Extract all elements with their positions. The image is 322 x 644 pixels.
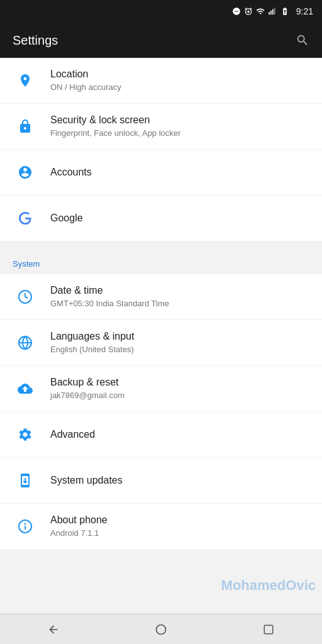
google-icon (18, 211, 33, 226)
home-icon (155, 623, 167, 636)
globe-icon-container (13, 330, 38, 355)
settings-item-advanced[interactable]: Advanced (0, 412, 322, 457)
wifi-icon (256, 7, 265, 16)
back-icon (47, 623, 60, 636)
account-icon (18, 165, 33, 180)
settings-item-about[interactable]: About phone Android 7.1.1 (0, 504, 322, 549)
security-text: Security & lock screen Fingerprint, Face… (50, 114, 309, 139)
language-text: Languages & input English (United States… (50, 330, 309, 355)
bottom-navigation (0, 614, 322, 644)
lock-icon (18, 119, 33, 134)
info-icon (18, 519, 33, 534)
section-divider (0, 242, 322, 249)
settings-item-system-updates[interactable]: System updates (0, 458, 322, 503)
gear-icon-container (13, 422, 38, 447)
clock-icon-container (13, 284, 38, 309)
advanced-title: Advanced (50, 428, 309, 441)
google-icon-container (13, 206, 38, 231)
gear-icon (18, 427, 33, 442)
location-title: Location (50, 68, 309, 81)
system-updates-title: System updates (50, 474, 309, 487)
svg-rect-3 (274, 8, 275, 14)
location-icon (18, 73, 33, 88)
settings-item-security[interactable]: Security & lock screen Fingerprint, Face… (0, 104, 322, 149)
svg-rect-1 (270, 11, 272, 14)
recents-button[interactable] (214, 614, 322, 644)
svg-point-10 (157, 625, 166, 634)
settings-item-backup[interactable]: Backup & reset jak7869@gmail.com (0, 366, 322, 411)
app-header: Settings (0, 23, 322, 58)
settings-content: Location ON / High accuracy Security & l… (0, 58, 322, 614)
system-update-icon (18, 473, 33, 488)
backup-text: Backup & reset jak7869@gmail.com (50, 376, 309, 401)
do-not-disturb-icon (232, 7, 241, 16)
svg-rect-0 (269, 12, 270, 14)
accounts-title: Accounts (50, 166, 309, 179)
settings-item-accounts[interactable]: Accounts (0, 150, 322, 195)
system-updates-text: System updates (50, 474, 309, 487)
globe-icon (18, 335, 33, 350)
status-time: 9:21 (296, 6, 313, 16)
settings-item-datetime[interactable]: Date & time GMT+05:30 India Standard Tim… (0, 274, 322, 319)
datetime-text: Date & time GMT+05:30 India Standard Tim… (50, 284, 309, 309)
about-title: About phone (50, 514, 309, 527)
settings-item-language[interactable]: Languages & input English (United States… (0, 320, 322, 365)
clock-icon (18, 289, 33, 304)
alarm-icon (244, 7, 253, 16)
about-subtitle: Android 7.1.1 (50, 528, 309, 539)
language-title: Languages & input (50, 330, 309, 343)
info-icon-container (13, 514, 38, 539)
datetime-title: Date & time (50, 284, 309, 297)
system-update-icon-container (13, 468, 38, 493)
signal-icon (268, 7, 277, 16)
location-icon-container (13, 68, 38, 93)
svg-rect-2 (272, 9, 274, 15)
backup-subtitle: jak7869@gmail.com (50, 391, 309, 401)
account-icon-container (13, 160, 38, 185)
recents-icon (263, 624, 274, 635)
security-subtitle: Fingerprint, Face unlock, App locker (50, 128, 309, 139)
battery-icon (280, 7, 290, 16)
backup-title: Backup & reset (50, 376, 309, 389)
cloud-upload-icon-container (13, 376, 38, 401)
location-text: Location ON / High accuracy (50, 68, 309, 93)
svg-rect-11 (264, 625, 273, 634)
security-title: Security & lock screen (50, 114, 309, 127)
google-title: Google (50, 212, 309, 225)
accounts-text: Accounts (50, 166, 309, 179)
location-subtitle: ON / High accuracy (50, 82, 309, 93)
cloud-upload-icon (18, 381, 33, 396)
lock-icon-container (13, 114, 38, 139)
status-bar: 9:21 (0, 0, 322, 23)
google-text: Google (50, 212, 309, 225)
language-subtitle: English (United States) (50, 345, 309, 355)
back-button[interactable] (0, 614, 108, 644)
settings-item-location[interactable]: Location ON / High accuracy (0, 58, 322, 103)
search-icon[interactable] (296, 33, 309, 47)
system-section-header: System (0, 249, 322, 274)
settings-item-google[interactable]: Google (0, 196, 322, 241)
advanced-text: Advanced (50, 428, 309, 441)
home-button[interactable] (108, 614, 215, 644)
status-icons (232, 7, 290, 16)
system-header-text: System (13, 259, 40, 269)
about-text: About phone Android 7.1.1 (50, 514, 309, 539)
datetime-subtitle: GMT+05:30 India Standard Time (50, 299, 309, 309)
page-title: Settings (13, 33, 58, 48)
